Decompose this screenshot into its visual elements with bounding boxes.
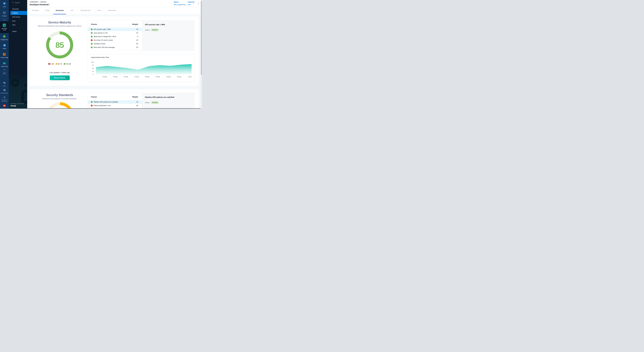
- chevron-down-icon[interactable]: [4, 69, 5, 70]
- page-title: boutique-frontend: [30, 3, 48, 6]
- rail-item-help[interactable]: ? HELP: [3, 82, 6, 87]
- kebab-menu-icon[interactable]: [197, 2, 199, 5]
- scorecard-title: Service Maturity: [29, 21, 90, 24]
- svg-text:50: 50: [92, 68, 94, 69]
- sidebar-item-overview[interactable]: Overview: [9, 7, 27, 11]
- check-weight: 10: [136, 101, 138, 103]
- check-row[interactable]: ✓: [88, 107, 142, 108]
- legend-dot-green: [64, 63, 65, 65]
- svg-text:29 Aug: 29 Aug: [156, 76, 160, 77]
- tab-kubernetes[interactable]: Kubernetes: [108, 9, 116, 11]
- tab-api[interactable]: API: [71, 9, 73, 11]
- svg-text:100: 100: [91, 61, 94, 63]
- check-failed-icon: ✕: [91, 39, 92, 41]
- tab-bar: Overview CI/CD Scorecard API Dependencie…: [27, 7, 200, 14]
- sidebar: Search Overview Catalog Self service Doc…: [9, 0, 27, 109]
- checks-panel: API success rate > 99% Status: PASSED Ch…: [88, 20, 194, 51]
- scorecard-content: Service Maturity Measures development be…: [27, 14, 200, 108]
- tab-dependencies[interactable]: Dependencies: [80, 9, 91, 11]
- builds-icon: [3, 44, 6, 47]
- sidebar-item-docs[interactable]: Docs: [9, 19, 27, 23]
- lifecycle-meta: Lifecycle prod: [188, 1, 194, 5]
- improvement-chart-panel: Improvement Over Time 100755025024 Aug25…: [88, 54, 194, 82]
- check-weight: 5: [137, 36, 138, 37]
- scorecard-subtitle: Measures best practices of security oper…: [29, 98, 90, 100]
- rail-item-developer-portal[interactable]: Developer Portal: [0, 21, 9, 33]
- tab-overview[interactable]: Overview: [32, 9, 39, 11]
- check-name: Java version is LTS: [94, 32, 108, 34]
- check-failed-icon: ✕: [91, 105, 92, 106]
- module-grid-button[interactable]: [2, 72, 6, 75]
- checks-panel: Pipeline OPA policies are satisfied Stat…: [88, 93, 194, 108]
- rail-item-deployments[interactable]: ∞ Deployments: [0, 33, 9, 42]
- lifecycle-link[interactable]: prod: [188, 4, 194, 5]
- check-weight: 20: [136, 32, 138, 34]
- owner-link[interactable]: field_engineering: [174, 4, 186, 5]
- check-row[interactable]: ✓More than 70% test coverage20: [88, 45, 142, 49]
- dashboards-icon: [3, 89, 6, 92]
- check-detail-panel: Pipeline OPA policies are satisfied Stat…: [142, 93, 194, 108]
- user-avatar[interactable]: HM: [3, 104, 6, 107]
- check-name: Pipeline OPA policies are satisfied: [94, 101, 118, 103]
- sidebar-item-admin[interactable]: Admin: [9, 29, 27, 33]
- rail-item-cloud-costs[interactable]: $ Cloud Costs: [0, 60, 9, 69]
- svg-text:27 Aug: 27 Aug: [134, 76, 139, 77]
- svg-text:0: 0: [93, 74, 94, 75]
- tab-docs[interactable]: Docs: [98, 9, 101, 11]
- main-area: COMPONENT — SERVICE boutique-frontend ★ …: [27, 0, 200, 109]
- search-input[interactable]: Search: [9, 0, 27, 5]
- check-row[interactable]: ✕Branch protection is set30: [88, 104, 142, 107]
- svg-text:25 Aug: 25 Aug: [113, 76, 118, 77]
- sidebar-item-self-service[interactable]: Self service: [9, 15, 27, 19]
- app-window: Home Projects Developer Portal ∞ Deploym…: [0, 0, 202, 109]
- column-header-weight: Weight: [88, 23, 138, 25]
- check-name: More than 70% test coverage: [94, 46, 115, 48]
- rerun-checks-button[interactable]: Rerun Checks: [50, 75, 70, 80]
- rail-item-projects[interactable]: Projects: [0, 9, 9, 18]
- check-weight: 30: [136, 105, 138, 106]
- check-row[interactable]: ✓API success rate > 99%10: [88, 27, 142, 31]
- vertical-scrollbar[interactable]: [200, 0, 202, 109]
- svg-text:?: ?: [4, 82, 4, 83]
- rail-item-home[interactable]: Home: [0, 0, 9, 9]
- check-row[interactable]: ✓Pipeline OPA policies are satisfied10: [88, 100, 142, 104]
- column-header-weight: Weight: [88, 96, 138, 98]
- gear-icon: ⚙: [3, 96, 5, 99]
- check-passed-icon: ✓: [91, 28, 92, 30]
- legend-dot-red: [48, 63, 50, 65]
- check-row[interactable]: ✓Java version is LTS20: [88, 31, 142, 35]
- check-name: TechDocs exists: [94, 43, 105, 45]
- svg-text:$: $: [4, 63, 5, 64]
- rail-item-builds[interactable]: Builds: [0, 42, 9, 51]
- rail-collapse-handle[interactable]: [0, 19, 9, 21]
- sidebar-item-apis[interactable]: APIs: [9, 23, 27, 27]
- check-detail-panel: API success rate > 99% Status: PASSED: [142, 20, 194, 51]
- last-updated-text: Last Updated: 2 weeks ago: [29, 72, 90, 73]
- status-label: Status:: [145, 102, 150, 103]
- check-name: Mean time to merge PR < 48 hr: [94, 36, 116, 37]
- check-weight: 30: [136, 43, 138, 45]
- developer-portal-icon: [3, 23, 6, 27]
- tab-cicd[interactable]: CI/CD: [45, 9, 50, 11]
- sidebar-item-catalog[interactable]: Catalog: [10, 11, 27, 15]
- check-row[interactable]: ✕Less than 1% error in prod15: [88, 38, 142, 42]
- maturity-gauge: 85: [46, 31, 73, 58]
- check-weight: 20: [136, 46, 138, 48]
- rail-item-dashboards[interactable]: DASHBOARDS: [0, 89, 8, 94]
- vertical-scrollbar-thumb[interactable]: [201, 1, 202, 75]
- status-label: Status:: [145, 29, 150, 31]
- check-row[interactable]: ✓Mean time to merge PR < 48 hr5: [88, 35, 142, 38]
- check-passed-icon: ✓: [91, 101, 92, 103]
- favorite-star-icon[interactable]: ★: [49, 3, 50, 6]
- divider: [12, 28, 25, 28]
- rail-item-account-settings[interactable]: ⚙ ACCOUNT SETTINGS: [0, 96, 8, 102]
- check-detail-title: Pipeline OPA policies are satisfied: [145, 96, 174, 98]
- check-row[interactable]: ✓TechDocs exists30: [88, 42, 142, 45]
- check-passed-icon: ✓: [91, 36, 92, 37]
- tab-scorecard[interactable]: Scorecard: [56, 9, 64, 11]
- svg-text:75: 75: [92, 64, 94, 66]
- scorecard-subtitle: Measures development best practices agai…: [29, 25, 90, 27]
- rail-item-feature-flags[interactable]: Feature Flags: [0, 51, 9, 60]
- improvement-area-chart: 100755025024 Aug25 Aug26 Aug27 Aug28 Aug…: [88, 54, 194, 82]
- horizontal-scrollbar[interactable]: [27, 108, 200, 109]
